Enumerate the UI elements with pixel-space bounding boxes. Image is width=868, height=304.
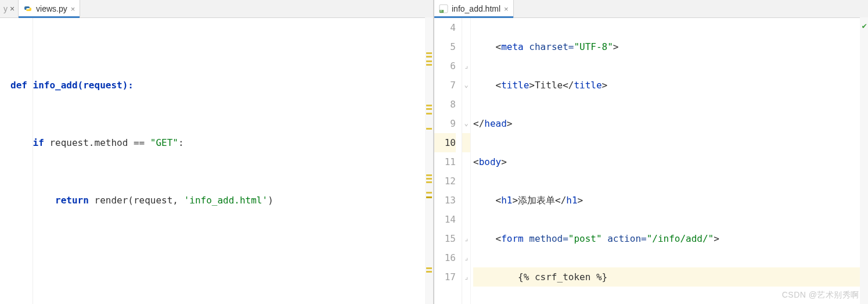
code-line: </head> xyxy=(473,114,868,133)
code-line: <title>Title</title> xyxy=(473,76,868,95)
close-icon[interactable]: × xyxy=(504,5,509,13)
html-file-icon: H xyxy=(439,4,448,13)
right-tabbar: H info_add.html × xyxy=(434,0,868,18)
right-code[interactable]: <meta charset="UTF-8"> <title>Title</tit… xyxy=(471,18,868,304)
right-fold-column[interactable]: ⌟ ⌄ ⌄ ⌟ ⌟ ⌟ xyxy=(462,18,471,304)
fold-end-icon[interactable]: ⌟ xyxy=(462,267,470,287)
code-line: <meta charset="UTF-8"> xyxy=(473,37,868,56)
code-line xyxy=(10,248,433,267)
left-code[interactable]: def info_add(request): if request.method… xyxy=(0,18,433,304)
analysis-ok-icon: ✔ xyxy=(862,21,867,30)
code-line: return render(request, 'info_add.html') xyxy=(10,191,433,210)
right-editor-pane: H info_add.html × 4 5 6 7 8 9 10 11 12 1… xyxy=(434,0,868,304)
tab-info-add-html[interactable]: H info_add.html × xyxy=(434,0,514,17)
python-file-icon xyxy=(23,4,33,13)
code-line: def info_add(request): xyxy=(10,76,433,95)
close-icon[interactable]: × xyxy=(71,5,75,13)
tab-label: info_add.html xyxy=(452,4,500,13)
left-editor-pane: y × views.py × ▲8 ▲43 ✔✔5 ∧ ∨ def info_a… xyxy=(0,0,434,304)
fold-end-icon[interactable]: ⌟ xyxy=(462,229,470,248)
tab-stub-prev[interactable]: y × xyxy=(0,0,19,17)
close-icon[interactable]: × xyxy=(10,4,15,13)
code-line: {% csrf_token %} xyxy=(473,267,868,287)
fold-end-icon[interactable]: ⌟ xyxy=(462,56,470,76)
tab-label: views.py xyxy=(36,4,67,13)
right-editor[interactable]: 4 5 6 7 8 9 10 11 12 13 14 15 16 17 ⌟ ⌄ xyxy=(434,18,868,304)
code-line: <h1>添加表单</h1> xyxy=(473,191,868,210)
left-editor[interactable]: def info_add(request): if request.method… xyxy=(0,18,433,304)
tab-views-py[interactable]: views.py × xyxy=(19,0,80,17)
left-error-stripe[interactable] xyxy=(425,17,433,304)
code-line: if request.method == "GET": xyxy=(10,133,433,152)
fold-start-icon[interactable]: ⌄ xyxy=(462,76,470,95)
svg-text:H: H xyxy=(440,9,442,13)
left-tabbar: y × views.py × xyxy=(0,0,433,18)
watermark: CSDN @艺术别秀啊 xyxy=(782,290,859,301)
right-error-stripe[interactable]: ✔ xyxy=(860,17,868,304)
fold-end-icon[interactable]: ⌟ xyxy=(462,248,470,267)
code-line: <form method="post" action="/info/add/"> xyxy=(473,229,868,248)
fold-start-icon[interactable]: ⌄ xyxy=(462,114,470,133)
right-gutter: 4 5 6 7 8 9 10 11 12 13 14 15 16 17 xyxy=(434,18,462,304)
code-line: <body> xyxy=(473,152,868,171)
